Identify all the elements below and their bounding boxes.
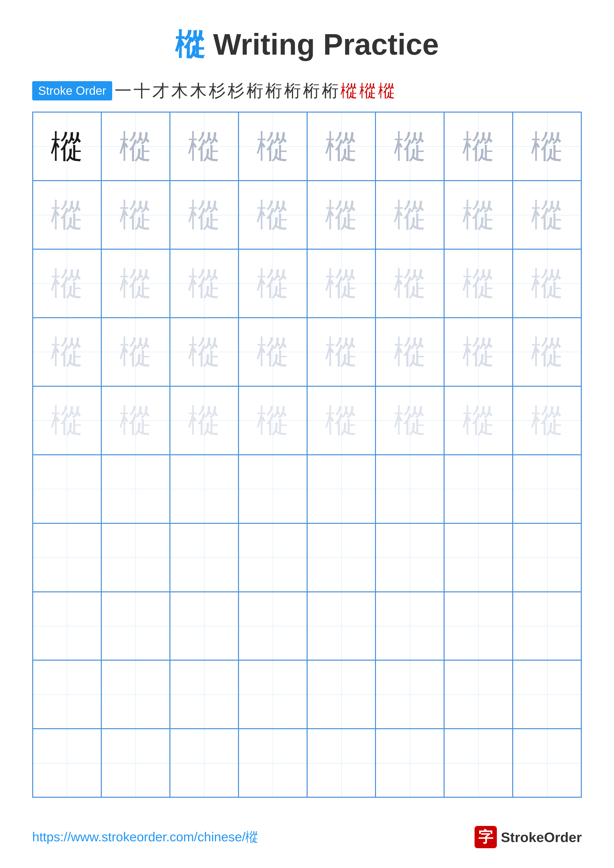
cell-5-2[interactable]: 樅 [101, 386, 170, 455]
cell-5-6[interactable]: 樅 [376, 386, 444, 455]
footer-url[interactable]: https://www.strokeorder.com/chinese/樅 [32, 828, 258, 846]
cell-7-5[interactable] [307, 523, 376, 592]
cell-8-8[interactable] [513, 592, 581, 660]
stroke-9: 桁 [265, 80, 282, 102]
cell-6-5[interactable] [307, 455, 376, 523]
cell-1-1[interactable]: 樅 [33, 112, 101, 181]
cell-2-4[interactable]: 樅 [238, 181, 307, 249]
char-3-8: 樅 [531, 268, 563, 300]
brand-char: 字 [478, 827, 493, 847]
cell-6-1[interactable] [33, 455, 101, 523]
cell-7-3[interactable] [170, 523, 238, 592]
cell-10-7[interactable] [444, 729, 513, 797]
cell-10-1[interactable] [33, 729, 101, 797]
cell-4-4[interactable]: 樅 [238, 318, 307, 386]
stroke-13: 樅 [340, 80, 358, 102]
cell-4-7[interactable]: 樅 [444, 318, 513, 386]
cell-1-2[interactable]: 樅 [101, 112, 170, 181]
char-2-2: 樅 [120, 199, 152, 231]
cell-2-5[interactable]: 樅 [307, 181, 376, 249]
cell-1-8[interactable]: 樅 [513, 112, 581, 181]
cell-10-2[interactable] [101, 729, 170, 797]
char-4-6: 樅 [394, 336, 426, 368]
cell-7-6[interactable] [376, 523, 444, 592]
cell-4-8[interactable]: 樅 [513, 318, 581, 386]
cell-3-2[interactable]: 樅 [101, 249, 170, 318]
cell-8-3[interactable] [170, 592, 238, 660]
cell-7-8[interactable] [513, 523, 581, 592]
cell-4-5[interactable]: 樅 [307, 318, 376, 386]
cell-1-3[interactable]: 樅 [170, 112, 238, 181]
char-4-3: 樅 [188, 336, 220, 368]
cell-7-1[interactable] [33, 523, 101, 592]
char-2-8: 樅 [531, 199, 563, 231]
cell-2-1[interactable]: 樅 [33, 181, 101, 249]
cell-9-7[interactable] [444, 660, 513, 729]
cell-4-3[interactable]: 樅 [170, 318, 238, 386]
cell-7-4[interactable] [238, 523, 307, 592]
cell-8-2[interactable] [101, 592, 170, 660]
cell-9-2[interactable] [101, 660, 170, 729]
cell-5-3[interactable]: 樅 [170, 386, 238, 455]
char-2-6: 樅 [394, 199, 426, 231]
cell-8-1[interactable] [33, 592, 101, 660]
cell-6-8[interactable] [513, 455, 581, 523]
cell-1-4[interactable]: 樅 [238, 112, 307, 181]
cell-9-6[interactable] [376, 660, 444, 729]
cell-3-8[interactable]: 樅 [513, 249, 581, 318]
char-1-6: 樅 [394, 130, 426, 163]
grid-row-4: 樅 樅 樅 樅 樅 樅 樅 樅 [33, 318, 581, 386]
stroke-3: 才 [152, 80, 169, 102]
cell-4-6[interactable]: 樅 [376, 318, 444, 386]
cell-3-1[interactable]: 樅 [33, 249, 101, 318]
cell-4-2[interactable]: 樅 [101, 318, 170, 386]
cell-9-1[interactable] [33, 660, 101, 729]
cell-8-7[interactable] [444, 592, 513, 660]
cell-3-4[interactable]: 樅 [238, 249, 307, 318]
cell-6-3[interactable] [170, 455, 238, 523]
cell-9-8[interactable] [513, 660, 581, 729]
cell-8-4[interactable] [238, 592, 307, 660]
cell-7-2[interactable] [101, 523, 170, 592]
cell-6-4[interactable] [238, 455, 307, 523]
cell-9-5[interactable] [307, 660, 376, 729]
cell-3-6[interactable]: 樅 [376, 249, 444, 318]
stroke-8: 桁 [246, 80, 263, 102]
cell-6-2[interactable] [101, 455, 170, 523]
cell-6-7[interactable] [444, 455, 513, 523]
char-5-3: 樅 [188, 404, 220, 437]
char-5-5: 樅 [325, 404, 358, 437]
cell-5-5[interactable]: 樅 [307, 386, 376, 455]
cell-10-8[interactable] [513, 729, 581, 797]
cell-2-7[interactable]: 樅 [444, 181, 513, 249]
cell-6-6[interactable] [376, 455, 444, 523]
cell-10-5[interactable] [307, 729, 376, 797]
cell-1-7[interactable]: 樅 [444, 112, 513, 181]
cell-10-3[interactable] [170, 729, 238, 797]
cell-1-5[interactable]: 樅 [307, 112, 376, 181]
cell-5-7[interactable]: 樅 [444, 386, 513, 455]
char-4-5: 樅 [325, 336, 358, 368]
cell-8-5[interactable] [307, 592, 376, 660]
cell-5-8[interactable]: 樅 [513, 386, 581, 455]
grid-row-1: 樅 樅 樅 樅 樅 樅 樅 樅 [33, 112, 581, 181]
cell-2-3[interactable]: 樅 [170, 181, 238, 249]
cell-1-6[interactable]: 樅 [376, 112, 444, 181]
cell-9-3[interactable] [170, 660, 238, 729]
cell-2-6[interactable]: 樅 [376, 181, 444, 249]
cell-2-2[interactable]: 樅 [101, 181, 170, 249]
cell-5-1[interactable]: 樅 [33, 386, 101, 455]
char-5-7: 樅 [462, 404, 494, 437]
cell-2-8[interactable]: 樅 [513, 181, 581, 249]
cell-8-6[interactable] [376, 592, 444, 660]
footer-brand: 字 StrokeOrder [474, 826, 582, 848]
cell-4-1[interactable]: 樅 [33, 318, 101, 386]
cell-5-4[interactable]: 樅 [238, 386, 307, 455]
cell-10-4[interactable] [238, 729, 307, 797]
cell-3-7[interactable]: 樅 [444, 249, 513, 318]
cell-3-3[interactable]: 樅 [170, 249, 238, 318]
cell-9-4[interactable] [238, 660, 307, 729]
cell-3-5[interactable]: 樅 [307, 249, 376, 318]
cell-10-6[interactable] [376, 729, 444, 797]
cell-7-7[interactable] [444, 523, 513, 592]
